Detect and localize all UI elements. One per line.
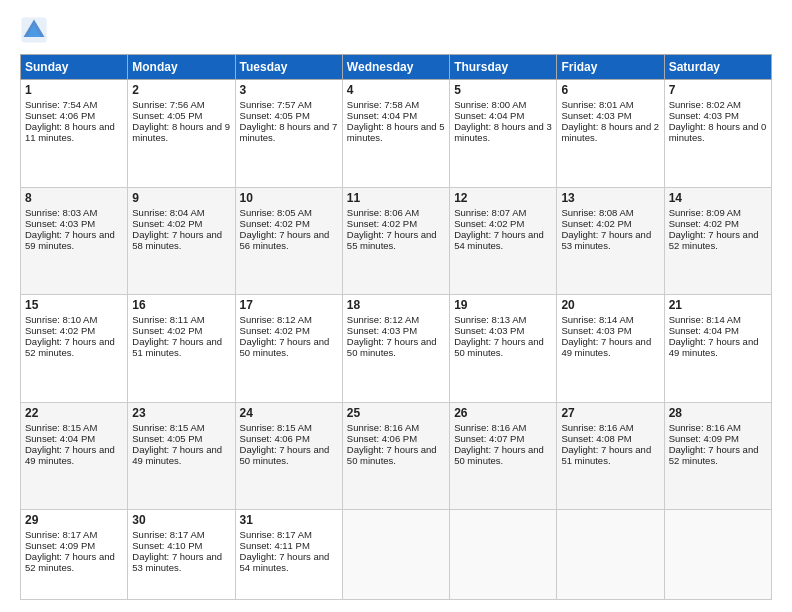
daylight-text: Daylight: 8 hours and 11 minutes. <box>25 121 115 143</box>
table-row: 29Sunrise: 8:17 AMSunset: 4:09 PMDayligh… <box>21 510 128 600</box>
daylight-text: Daylight: 7 hours and 51 minutes. <box>561 444 651 466</box>
col-saturday: Saturday <box>664 55 771 80</box>
sunset-text: Sunset: 4:04 PM <box>25 433 95 444</box>
table-row: 7Sunrise: 8:02 AMSunset: 4:03 PMDaylight… <box>664 80 771 188</box>
sunset-text: Sunset: 4:09 PM <box>25 540 95 551</box>
day-number: 21 <box>669 298 767 312</box>
table-row: 31Sunrise: 8:17 AMSunset: 4:11 PMDayligh… <box>235 510 342 600</box>
sunset-text: Sunset: 4:04 PM <box>347 110 417 121</box>
daylight-text: Daylight: 7 hours and 50 minutes. <box>454 444 544 466</box>
day-number: 30 <box>132 513 230 527</box>
day-number: 5 <box>454 83 552 97</box>
sunset-text: Sunset: 4:02 PM <box>132 325 202 336</box>
sunrise-text: Sunrise: 7:58 AM <box>347 99 419 110</box>
day-number: 3 <box>240 83 338 97</box>
sunrise-text: Sunrise: 8:16 AM <box>669 422 741 433</box>
sunrise-text: Sunrise: 8:12 AM <box>240 314 312 325</box>
sunrise-text: Sunrise: 8:16 AM <box>561 422 633 433</box>
day-number: 19 <box>454 298 552 312</box>
table-row: 28Sunrise: 8:16 AMSunset: 4:09 PMDayligh… <box>664 402 771 510</box>
table-row: 12Sunrise: 8:07 AMSunset: 4:02 PMDayligh… <box>450 187 557 295</box>
sunrise-text: Sunrise: 8:00 AM <box>454 99 526 110</box>
table-row: 19Sunrise: 8:13 AMSunset: 4:03 PMDayligh… <box>450 295 557 403</box>
daylight-text: Daylight: 7 hours and 59 minutes. <box>25 229 115 251</box>
sunset-text: Sunset: 4:03 PM <box>25 218 95 229</box>
table-row: 11Sunrise: 8:06 AMSunset: 4:02 PMDayligh… <box>342 187 449 295</box>
sunset-text: Sunset: 4:11 PM <box>240 540 310 551</box>
table-row: 22Sunrise: 8:15 AMSunset: 4:04 PMDayligh… <box>21 402 128 510</box>
day-number: 12 <box>454 191 552 205</box>
daylight-text: Daylight: 7 hours and 50 minutes. <box>347 444 437 466</box>
daylight-text: Daylight: 7 hours and 54 minutes. <box>454 229 544 251</box>
table-row: 5Sunrise: 8:00 AMSunset: 4:04 PMDaylight… <box>450 80 557 188</box>
sunrise-text: Sunrise: 8:09 AM <box>669 207 741 218</box>
daylight-text: Daylight: 7 hours and 58 minutes. <box>132 229 222 251</box>
day-number: 20 <box>561 298 659 312</box>
sunrise-text: Sunrise: 8:16 AM <box>347 422 419 433</box>
sunset-text: Sunset: 4:05 PM <box>240 110 310 121</box>
table-row: 16Sunrise: 8:11 AMSunset: 4:02 PMDayligh… <box>128 295 235 403</box>
day-number: 14 <box>669 191 767 205</box>
sunrise-text: Sunrise: 8:13 AM <box>454 314 526 325</box>
sunrise-text: Sunrise: 8:05 AM <box>240 207 312 218</box>
col-monday: Monday <box>128 55 235 80</box>
day-number: 18 <box>347 298 445 312</box>
day-number: 31 <box>240 513 338 527</box>
table-row: 18Sunrise: 8:12 AMSunset: 4:03 PMDayligh… <box>342 295 449 403</box>
col-wednesday: Wednesday <box>342 55 449 80</box>
sunrise-text: Sunrise: 8:17 AM <box>25 529 97 540</box>
table-row: 30Sunrise: 8:17 AMSunset: 4:10 PMDayligh… <box>128 510 235 600</box>
daylight-text: Daylight: 7 hours and 55 minutes. <box>347 229 437 251</box>
daylight-text: Daylight: 7 hours and 50 minutes. <box>240 336 330 358</box>
table-row: 25Sunrise: 8:16 AMSunset: 4:06 PMDayligh… <box>342 402 449 510</box>
table-row: 23Sunrise: 8:15 AMSunset: 4:05 PMDayligh… <box>128 402 235 510</box>
sunrise-text: Sunrise: 8:07 AM <box>454 207 526 218</box>
sunset-text: Sunset: 4:07 PM <box>454 433 524 444</box>
table-row: 27Sunrise: 8:16 AMSunset: 4:08 PMDayligh… <box>557 402 664 510</box>
table-row: 1Sunrise: 7:54 AMSunset: 4:06 PMDaylight… <box>21 80 128 188</box>
sunrise-text: Sunrise: 8:12 AM <box>347 314 419 325</box>
logo <box>20 16 52 44</box>
sunset-text: Sunset: 4:06 PM <box>240 433 310 444</box>
table-row: 20Sunrise: 8:14 AMSunset: 4:03 PMDayligh… <box>557 295 664 403</box>
sunrise-text: Sunrise: 8:15 AM <box>132 422 204 433</box>
sunrise-text: Sunrise: 8:14 AM <box>561 314 633 325</box>
day-number: 7 <box>669 83 767 97</box>
sunset-text: Sunset: 4:03 PM <box>561 110 631 121</box>
sunrise-text: Sunrise: 8:03 AM <box>25 207 97 218</box>
sunrise-text: Sunrise: 8:17 AM <box>240 529 312 540</box>
col-thursday: Thursday <box>450 55 557 80</box>
sunrise-text: Sunrise: 8:10 AM <box>25 314 97 325</box>
table-row: 21Sunrise: 8:14 AMSunset: 4:04 PMDayligh… <box>664 295 771 403</box>
sunrise-text: Sunrise: 8:16 AM <box>454 422 526 433</box>
day-number: 26 <box>454 406 552 420</box>
sunset-text: Sunset: 4:03 PM <box>561 325 631 336</box>
day-number: 1 <box>25 83 123 97</box>
table-row <box>450 510 557 600</box>
daylight-text: Daylight: 7 hours and 49 minutes. <box>132 444 222 466</box>
sunset-text: Sunset: 4:02 PM <box>240 218 310 229</box>
day-number: 13 <box>561 191 659 205</box>
day-number: 15 <box>25 298 123 312</box>
sunrise-text: Sunrise: 7:56 AM <box>132 99 204 110</box>
daylight-text: Daylight: 7 hours and 50 minutes. <box>240 444 330 466</box>
daylight-text: Daylight: 8 hours and 5 minutes. <box>347 121 445 143</box>
daylight-text: Daylight: 7 hours and 49 minutes. <box>25 444 115 466</box>
daylight-text: Daylight: 7 hours and 49 minutes. <box>561 336 651 358</box>
sunrise-text: Sunrise: 8:04 AM <box>132 207 204 218</box>
table-row: 26Sunrise: 8:16 AMSunset: 4:07 PMDayligh… <box>450 402 557 510</box>
day-number: 29 <box>25 513 123 527</box>
sunrise-text: Sunrise: 7:57 AM <box>240 99 312 110</box>
daylight-text: Daylight: 7 hours and 53 minutes. <box>561 229 651 251</box>
day-number: 8 <box>25 191 123 205</box>
sunset-text: Sunset: 4:04 PM <box>454 110 524 121</box>
daylight-text: Daylight: 7 hours and 51 minutes. <box>132 336 222 358</box>
daylight-text: Daylight: 8 hours and 9 minutes. <box>132 121 230 143</box>
sunset-text: Sunset: 4:04 PM <box>669 325 739 336</box>
daylight-text: Daylight: 7 hours and 52 minutes. <box>669 229 759 251</box>
sunrise-text: Sunrise: 8:08 AM <box>561 207 633 218</box>
sunset-text: Sunset: 4:02 PM <box>240 325 310 336</box>
sunset-text: Sunset: 4:02 PM <box>454 218 524 229</box>
sunset-text: Sunset: 4:09 PM <box>669 433 739 444</box>
col-tuesday: Tuesday <box>235 55 342 80</box>
